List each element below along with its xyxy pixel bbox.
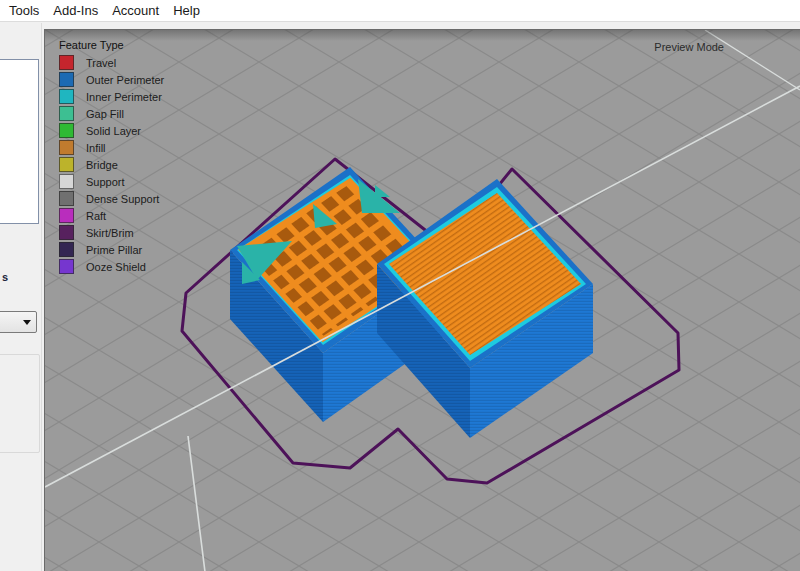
legend-row-solid-layer: Solid Layer [59,123,164,138]
chevron-down-icon [23,320,31,325]
legend-label: Support [86,176,125,188]
menu-help[interactable]: Help [166,0,207,22]
legend-label: Bridge [86,159,118,171]
legend-row-raft: Raft [59,208,164,223]
feature-type-legend: Feature Type Travel Outer Perimeter Inne… [59,39,164,276]
legend-row-skirt-brim: Skirt/Brim [59,225,164,240]
panel-splitter[interactable] [41,23,42,571]
outer-perimeter-swatch [59,72,74,87]
section-label-fragment: s [2,271,8,283]
legend-label: Travel [86,57,116,69]
process-dropdown[interactable] [0,311,37,333]
infill-swatch [59,140,74,155]
menubar: Tools Add-Ins Account Help [0,0,800,22]
prime-pillar-swatch [59,242,74,257]
preview-viewport[interactable]: Feature Type Travel Outer Perimeter Inne… [44,29,800,571]
legend-row-support: Support [59,174,164,189]
inner-perimeter-swatch [59,89,74,104]
preview-mode-label: Preview Mode [654,41,724,53]
legend-label: Solid Layer [86,125,141,137]
legend-label: Infill [86,142,106,154]
gap-fill-swatch [59,106,74,121]
menu-tools[interactable]: Tools [2,0,46,22]
legend-label: Ooze Shield [86,261,146,273]
sidebar-panel: s [0,23,44,571]
menu-account[interactable]: Account [105,0,166,22]
legend-row-inner-perimeter: Inner Perimeter [59,89,164,104]
support-swatch [59,174,74,189]
legend-row-dense-support: Dense Support [59,191,164,206]
legend-row-bridge: Bridge [59,157,164,172]
legend-row-outer-perimeter: Outer Perimeter [59,72,164,87]
menu-add-ins[interactable]: Add-Ins [46,0,105,22]
legend-label: Dense Support [86,193,159,205]
legend-title: Feature Type [59,39,164,51]
travel-swatch [59,55,74,70]
legend-label: Outer Perimeter [86,74,164,86]
legend-row-travel: Travel [59,55,164,70]
panel-groupbox [0,354,40,453]
legend-label: Prime Pillar [86,244,142,256]
model-list[interactable] [0,59,39,224]
dense-support-swatch [59,191,74,206]
raft-swatch [59,208,74,223]
legend-row-prime-pillar: Prime Pillar [59,242,164,257]
legend-label: Skirt/Brim [86,227,134,239]
legend-row-ooze-shield: Ooze Shield [59,259,164,274]
bridge-swatch [59,157,74,172]
legend-row-infill: Infill [59,140,164,155]
ooze-shield-swatch [59,259,74,274]
solid-layer-swatch [59,123,74,138]
legend-label: Raft [86,210,106,222]
legend-row-gap-fill: Gap Fill [59,106,164,121]
skirt-brim-swatch [59,225,74,240]
legend-label: Gap Fill [86,108,124,120]
legend-label: Inner Perimeter [86,91,162,103]
